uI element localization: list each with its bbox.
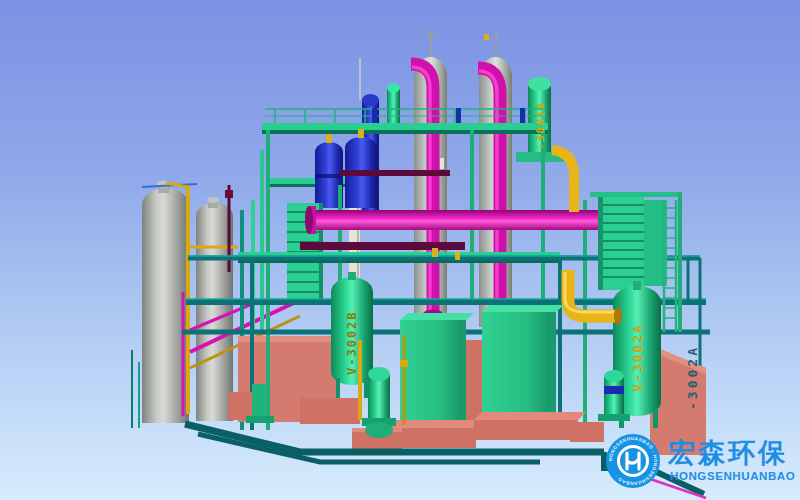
pump-center xyxy=(352,335,408,452)
magenta-header-pipe xyxy=(305,206,612,234)
logo-circle-icon xyxy=(606,434,660,488)
logo-name-en: HONGSENHUANBAO xyxy=(670,470,795,482)
company-logo: HONGSENHUANBAO · HONGSENHUANBAO · 宏森环保 H… xyxy=(606,434,795,488)
pipe-label-3002a: -3002A xyxy=(685,345,700,410)
equipment-box-right xyxy=(474,305,586,440)
plant-3d-render: V-3002B V-3002A -3002A -3001A HONGSENHUA… xyxy=(0,0,800,500)
logo-name-cn: 宏森环保 xyxy=(667,437,788,468)
3d-model-viewport: V-3002B V-3002A -3002A -3001A HONGSENHUA… xyxy=(0,0,800,500)
vessel-label-v3002b: V-3002B xyxy=(345,310,359,375)
blue-vessel-b xyxy=(345,129,377,208)
pump-right xyxy=(570,370,630,442)
far-left-pipes xyxy=(132,350,139,428)
storage-tank-right xyxy=(196,197,233,421)
maroon-beam-upper xyxy=(340,170,450,176)
vessel-label-v3002a: V-3002A xyxy=(630,323,645,392)
cylinder-label-3001a: -3001A xyxy=(534,101,547,150)
